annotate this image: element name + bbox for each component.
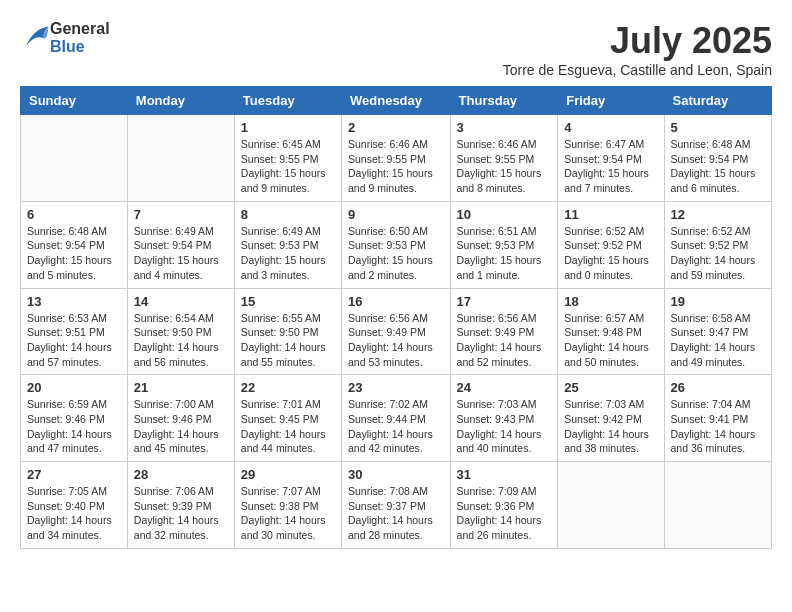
calendar-cell	[127, 115, 234, 202]
day-number: 9	[348, 207, 444, 222]
day-info: Sunrise: 6:55 AM Sunset: 9:50 PM Dayligh…	[241, 311, 335, 370]
day-info: Sunrise: 7:08 AM Sunset: 9:37 PM Dayligh…	[348, 484, 444, 543]
day-info: Sunrise: 6:48 AM Sunset: 9:54 PM Dayligh…	[27, 224, 121, 283]
calendar-week-5: 27Sunrise: 7:05 AM Sunset: 9:40 PM Dayli…	[21, 462, 772, 549]
day-info: Sunrise: 6:46 AM Sunset: 9:55 PM Dayligh…	[457, 137, 552, 196]
day-number: 1	[241, 120, 335, 135]
day-number: 29	[241, 467, 335, 482]
day-info: Sunrise: 6:50 AM Sunset: 9:53 PM Dayligh…	[348, 224, 444, 283]
day-number: 27	[27, 467, 121, 482]
calendar-cell: 22Sunrise: 7:01 AM Sunset: 9:45 PM Dayli…	[234, 375, 341, 462]
day-info: Sunrise: 7:03 AM Sunset: 9:43 PM Dayligh…	[457, 397, 552, 456]
calendar-cell: 28Sunrise: 7:06 AM Sunset: 9:39 PM Dayli…	[127, 462, 234, 549]
calendar-cell: 14Sunrise: 6:54 AM Sunset: 9:50 PM Dayli…	[127, 288, 234, 375]
calendar-cell: 16Sunrise: 6:56 AM Sunset: 9:49 PM Dayli…	[342, 288, 451, 375]
calendar-header-wednesday: Wednesday	[342, 87, 451, 115]
day-info: Sunrise: 7:05 AM Sunset: 9:40 PM Dayligh…	[27, 484, 121, 543]
day-number: 31	[457, 467, 552, 482]
day-info: Sunrise: 7:01 AM Sunset: 9:45 PM Dayligh…	[241, 397, 335, 456]
header: General Blue July 2025 Torre de Esgueva,…	[20, 20, 772, 78]
calendar-cell: 15Sunrise: 6:55 AM Sunset: 9:50 PM Dayli…	[234, 288, 341, 375]
calendar-cell: 7Sunrise: 6:49 AM Sunset: 9:54 PM Daylig…	[127, 201, 234, 288]
day-info: Sunrise: 6:57 AM Sunset: 9:48 PM Dayligh…	[564, 311, 657, 370]
calendar-cell: 29Sunrise: 7:07 AM Sunset: 9:38 PM Dayli…	[234, 462, 341, 549]
day-number: 6	[27, 207, 121, 222]
day-number: 13	[27, 294, 121, 309]
day-number: 23	[348, 380, 444, 395]
day-number: 18	[564, 294, 657, 309]
calendar-cell: 20Sunrise: 6:59 AM Sunset: 9:46 PM Dayli…	[21, 375, 128, 462]
day-info: Sunrise: 6:51 AM Sunset: 9:53 PM Dayligh…	[457, 224, 552, 283]
day-number: 30	[348, 467, 444, 482]
calendar-cell: 10Sunrise: 6:51 AM Sunset: 9:53 PM Dayli…	[450, 201, 558, 288]
day-number: 15	[241, 294, 335, 309]
calendar-cell: 2Sunrise: 6:46 AM Sunset: 9:55 PM Daylig…	[342, 115, 451, 202]
calendar-cell: 27Sunrise: 7:05 AM Sunset: 9:40 PM Dayli…	[21, 462, 128, 549]
calendar-week-2: 6Sunrise: 6:48 AM Sunset: 9:54 PM Daylig…	[21, 201, 772, 288]
calendar-cell: 3Sunrise: 6:46 AM Sunset: 9:55 PM Daylig…	[450, 115, 558, 202]
day-number: 25	[564, 380, 657, 395]
logo-general-text: General	[50, 20, 110, 38]
logo: General Blue	[20, 20, 110, 55]
calendar-cell: 12Sunrise: 6:52 AM Sunset: 9:52 PM Dayli…	[664, 201, 771, 288]
day-info: Sunrise: 6:49 AM Sunset: 9:53 PM Dayligh…	[241, 224, 335, 283]
calendar-cell: 18Sunrise: 6:57 AM Sunset: 9:48 PM Dayli…	[558, 288, 664, 375]
calendar-cell: 11Sunrise: 6:52 AM Sunset: 9:52 PM Dayli…	[558, 201, 664, 288]
calendar-week-1: 1Sunrise: 6:45 AM Sunset: 9:55 PM Daylig…	[21, 115, 772, 202]
day-info: Sunrise: 6:59 AM Sunset: 9:46 PM Dayligh…	[27, 397, 121, 456]
day-info: Sunrise: 7:00 AM Sunset: 9:46 PM Dayligh…	[134, 397, 228, 456]
calendar-header-saturday: Saturday	[664, 87, 771, 115]
calendar-cell: 4Sunrise: 6:47 AM Sunset: 9:54 PM Daylig…	[558, 115, 664, 202]
day-number: 12	[671, 207, 765, 222]
day-number: 20	[27, 380, 121, 395]
calendar-cell: 21Sunrise: 7:00 AM Sunset: 9:46 PM Dayli…	[127, 375, 234, 462]
calendar-cell	[558, 462, 664, 549]
day-number: 22	[241, 380, 335, 395]
day-info: Sunrise: 7:04 AM Sunset: 9:41 PM Dayligh…	[671, 397, 765, 456]
day-number: 4	[564, 120, 657, 135]
day-number: 24	[457, 380, 552, 395]
day-info: Sunrise: 6:56 AM Sunset: 9:49 PM Dayligh…	[348, 311, 444, 370]
day-number: 7	[134, 207, 228, 222]
day-info: Sunrise: 7:09 AM Sunset: 9:36 PM Dayligh…	[457, 484, 552, 543]
month-title: July 2025	[503, 20, 772, 62]
calendar-week-3: 13Sunrise: 6:53 AM Sunset: 9:51 PM Dayli…	[21, 288, 772, 375]
day-info: Sunrise: 7:03 AM Sunset: 9:42 PM Dayligh…	[564, 397, 657, 456]
calendar-cell: 24Sunrise: 7:03 AM Sunset: 9:43 PM Dayli…	[450, 375, 558, 462]
title-section: July 2025 Torre de Esgueva, Castille and…	[503, 20, 772, 78]
day-info: Sunrise: 6:52 AM Sunset: 9:52 PM Dayligh…	[564, 224, 657, 283]
calendar-header-monday: Monday	[127, 87, 234, 115]
day-number: 17	[457, 294, 552, 309]
day-info: Sunrise: 7:06 AM Sunset: 9:39 PM Dayligh…	[134, 484, 228, 543]
day-number: 8	[241, 207, 335, 222]
logo-bird-icon	[20, 23, 50, 53]
calendar-cell: 6Sunrise: 6:48 AM Sunset: 9:54 PM Daylig…	[21, 201, 128, 288]
day-info: Sunrise: 6:47 AM Sunset: 9:54 PM Dayligh…	[564, 137, 657, 196]
day-number: 14	[134, 294, 228, 309]
day-number: 3	[457, 120, 552, 135]
day-info: Sunrise: 7:02 AM Sunset: 9:44 PM Dayligh…	[348, 397, 444, 456]
day-number: 28	[134, 467, 228, 482]
calendar-cell: 5Sunrise: 6:48 AM Sunset: 9:54 PM Daylig…	[664, 115, 771, 202]
day-number: 16	[348, 294, 444, 309]
calendar-cell: 19Sunrise: 6:58 AM Sunset: 9:47 PM Dayli…	[664, 288, 771, 375]
calendar-cell: 9Sunrise: 6:50 AM Sunset: 9:53 PM Daylig…	[342, 201, 451, 288]
day-number: 21	[134, 380, 228, 395]
calendar-cell: 8Sunrise: 6:49 AM Sunset: 9:53 PM Daylig…	[234, 201, 341, 288]
logo-blue-text: Blue	[50, 38, 110, 56]
day-number: 11	[564, 207, 657, 222]
calendar-cell: 13Sunrise: 6:53 AM Sunset: 9:51 PM Dayli…	[21, 288, 128, 375]
day-info: Sunrise: 6:53 AM Sunset: 9:51 PM Dayligh…	[27, 311, 121, 370]
calendar-cell: 26Sunrise: 7:04 AM Sunset: 9:41 PM Dayli…	[664, 375, 771, 462]
calendar-header-tuesday: Tuesday	[234, 87, 341, 115]
calendar-header-friday: Friday	[558, 87, 664, 115]
calendar-header-sunday: Sunday	[21, 87, 128, 115]
day-info: Sunrise: 6:49 AM Sunset: 9:54 PM Dayligh…	[134, 224, 228, 283]
calendar-cell: 25Sunrise: 7:03 AM Sunset: 9:42 PM Dayli…	[558, 375, 664, 462]
calendar-cell	[664, 462, 771, 549]
calendar-cell: 30Sunrise: 7:08 AM Sunset: 9:37 PM Dayli…	[342, 462, 451, 549]
calendar-cell: 17Sunrise: 6:56 AM Sunset: 9:49 PM Dayli…	[450, 288, 558, 375]
calendar-table: SundayMondayTuesdayWednesdayThursdayFrid…	[20, 86, 772, 549]
day-number: 5	[671, 120, 765, 135]
calendar-header-thursday: Thursday	[450, 87, 558, 115]
